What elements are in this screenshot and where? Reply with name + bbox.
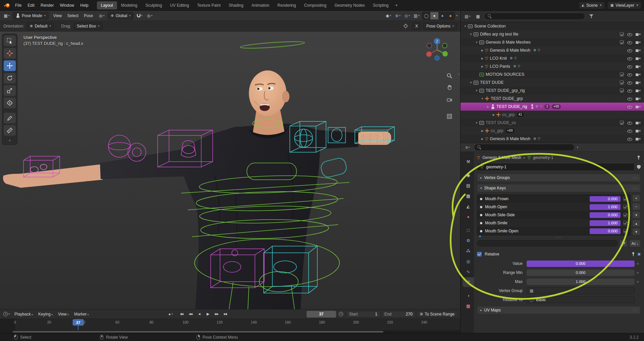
timeline-menu-marker[interactable]: Marker ▾	[71, 310, 92, 318]
disable-in-render-icon[interactable]	[635, 56, 641, 61]
playhead-frame-badge[interactable]: 37	[73, 319, 84, 326]
viewport-menu-pose[interactable]: Pose	[81, 12, 96, 19]
shape-key-specials-menu[interactable]: ▾	[632, 211, 640, 219]
pin-id-icon[interactable]	[637, 155, 641, 160]
outliner-row-lco-knit[interactable]: ▶▽LCO Knit⚙▽	[461, 54, 644, 62]
mode-dropdown[interactable]: Pose Mode ▾	[13, 12, 49, 19]
properties-tab-texture[interactable]: ▩	[463, 301, 474, 311]
properties-tab-material[interactable]: ◑	[463, 291, 474, 300]
shape-key-value-slider[interactable]: 0.000	[590, 228, 621, 234]
outliner-row-genesis-8-male-meshes[interactable]: ▼Genesis 8 Male Meshes	[461, 38, 644, 46]
panel-grip-icon[interactable]: ∷∷	[632, 308, 637, 312]
xray-toggle[interactable]: ▥▾	[413, 12, 421, 19]
breadcrumb-data[interactable]: geometry-1	[533, 155, 553, 160]
shading-wireframe-button[interactable]: ◯	[422, 12, 430, 19]
selectable-checkbox[interactable]	[620, 72, 624, 76]
move-shape-key-up-button[interactable]: ▴	[632, 220, 640, 227]
workspace-tab-animation[interactable]: Animation	[248, 1, 273, 9]
to-scene-range-button[interactable]: ⊞ To Scene Range	[417, 311, 458, 318]
relative-checkbox[interactable]	[477, 252, 482, 257]
outliner-row-diffeo-arp-rig-test-file[interactable]: ▼Diffeo arp rig test file	[461, 30, 644, 38]
unlink-scene-icon[interactable]: ×	[600, 4, 602, 7]
list-filter-field[interactable]	[477, 240, 618, 246]
tool-measure-button[interactable]	[4, 125, 16, 136]
outliner-row-genesis-8-male-mesh[interactable]: ▶▽Genesis 8 Male Mesh⚙▽	[461, 46, 644, 54]
outliner-row-test-dude-grp[interactable]: ▼TEST DUDE_grp	[461, 95, 644, 103]
shape-key-mute-checkbox[interactable]	[623, 197, 628, 201]
properties-tab-output[interactable]: ▤	[463, 181, 474, 190]
pan-hand-button[interactable]	[445, 83, 454, 92]
end-frame-field[interactable]: End 270	[381, 311, 416, 318]
selectable-checkbox[interactable]	[620, 121, 624, 125]
vertex-groups-panel-header[interactable]: ▸ Vertex Groups ∷∷	[477, 174, 641, 182]
workspace-tab-rendering[interactable]: Rendering	[273, 1, 300, 9]
datablock-name-field[interactable]: ▽ geometry-1	[477, 163, 635, 171]
hide-in-viewport-icon[interactable]	[627, 104, 632, 109]
properties-tab-world[interactable]: ●	[463, 212, 474, 222]
hide-in-viewport-icon[interactable]	[627, 80, 632, 85]
tool-transform-button[interactable]	[4, 98, 16, 108]
play-reverse-button[interactable]: ◀	[195, 311, 203, 318]
current-frame-field[interactable]: 37	[307, 311, 336, 318]
disclosure-open-icon[interactable]: ▼	[474, 121, 479, 124]
target-icon[interactable]	[402, 22, 410, 30]
timeline-scrollbar[interactable]	[0, 330, 460, 333]
camera-view-button[interactable]	[445, 95, 454, 105]
disable-in-render-icon[interactable]	[635, 121, 641, 125]
outliner-filter-button[interactable]	[587, 13, 595, 20]
range-min-field[interactable]: 0.000	[527, 270, 635, 276]
disable-in-render-icon[interactable]	[635, 89, 641, 93]
fake-user-shield-icon[interactable]	[637, 165, 641, 169]
overlays-toggle[interactable]: ◎▾	[403, 12, 411, 19]
disclosure-open-icon[interactable]: ▼	[468, 33, 474, 36]
list-resize-grip[interactable]: ∷∷∷	[477, 235, 641, 239]
disclosure-closed-icon[interactable]: ▶	[485, 105, 491, 108]
tool-select-box-button[interactable]	[4, 36, 16, 46]
workspace-tab-geometry-nodes[interactable]: Geometry Nodes	[330, 1, 369, 9]
remove-shape-key-button[interactable]: −	[632, 203, 640, 210]
shape-key-mute-checkbox[interactable]	[623, 213, 628, 217]
vertex-group-field[interactable]: ▦	[527, 287, 635, 294]
disclosure-open-icon[interactable]: ▼	[480, 97, 485, 100]
selectable-checkbox[interactable]	[620, 40, 624, 44]
editor-type-dropdown[interactable]: ▦▾	[3, 12, 11, 19]
move-shape-key-down-button[interactable]: ▾	[632, 228, 640, 235]
properties-tab-object[interactable]: □	[463, 225, 474, 235]
unlink-viewlayer-icon[interactable]: ×	[636, 4, 638, 7]
outliner-row-lco-pants[interactable]: ▶▽LCO Pants⚙▽	[461, 62, 644, 70]
timeline-menu-keying[interactable]: Keying ▾	[36, 310, 55, 318]
play-button[interactable]: ▶	[204, 311, 212, 318]
viewport-menu-view[interactable]: View	[51, 12, 65, 19]
keyframe-decorator[interactable]	[635, 272, 641, 274]
timeline-scrollbar-handle[interactable]	[13, 331, 383, 333]
timeline-ruler[interactable]: 020406080100120140160180200220240 37	[0, 319, 460, 333]
menu-window[interactable]: Window	[57, 2, 77, 9]
shape-key-row-mouth-frown[interactable]: Mouth Frown0.000	[477, 195, 630, 203]
disable-in-render-icon[interactable]	[635, 97, 641, 101]
workspace-tab-layout[interactable]: Layout	[97, 1, 117, 9]
navigation-gizmo[interactable]: Z	[424, 37, 450, 63]
proportional-editing-dropdown[interactable]: ◎▾	[146, 12, 154, 19]
3d-viewport[interactable]: » User Perspective (37) TEST DUDE_rig : …	[0, 32, 460, 309]
shape-key-value-slider[interactable]: 1.000	[590, 204, 621, 210]
disable-in-render-icon[interactable]	[635, 80, 641, 85]
workspace-tab-shading[interactable]: Shading	[225, 1, 248, 9]
blender-logo-icon[interactable]	[3, 2, 11, 9]
properties-tab-render[interactable]: ◉	[463, 170, 474, 180]
disable-in-render-icon[interactable]	[635, 129, 641, 133]
properties-tab-scene[interactable]: ◭	[463, 202, 474, 211]
timeline-menu-playback[interactable]: Playback ▾	[12, 310, 36, 318]
hide-in-viewport-icon[interactable]	[627, 136, 632, 141]
add-workspace-button[interactable]: +	[393, 1, 400, 9]
hide-in-viewport-icon[interactable]	[627, 40, 632, 45]
pin-icon[interactable]	[631, 252, 635, 257]
shading-dropdown-icon[interactable]: ▾	[456, 14, 458, 17]
shading-material-button[interactable]: ●	[438, 12, 446, 19]
properties-tab-particles[interactable]: ⁂	[463, 246, 474, 256]
edit-mode-display-icon[interactable]: ▣	[638, 252, 641, 256]
snap-dropdown[interactable]: ▾	[136, 12, 144, 19]
disclosure-closed-icon[interactable]: ▶	[480, 57, 485, 60]
workspace-tab-texture-paint[interactable]: Texture Paint	[193, 1, 225, 9]
disable-in-render-icon[interactable]	[635, 105, 641, 109]
disclosure-closed-icon[interactable]: ▶	[480, 137, 485, 140]
